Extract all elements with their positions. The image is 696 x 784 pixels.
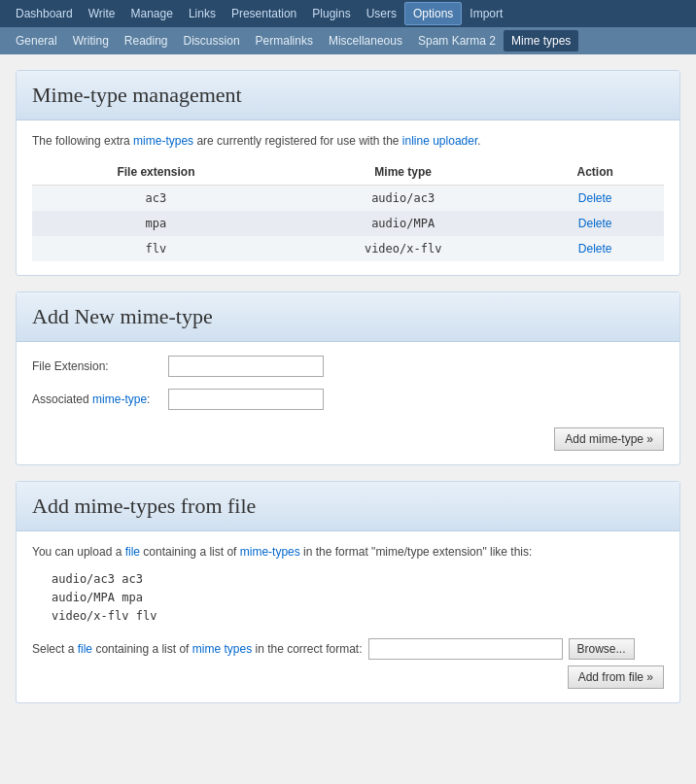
action-ac3: Delete — [526, 186, 664, 212]
add-new-panel: Add New mime-type File Extension: Associ… — [16, 291, 680, 465]
desc-text-3: . — [477, 134, 480, 148]
nav-dashboard[interactable]: Dashboard — [8, 3, 81, 24]
desc-text-2: are currently registered for use with th… — [193, 134, 402, 148]
nav-import[interactable]: Import — [462, 3, 510, 24]
add-from-file-desc: You can upload a file containing a list … — [32, 545, 664, 559]
select-mid: containing a list of — [92, 642, 192, 656]
select-file: file — [78, 642, 92, 656]
mime-type-input[interactable] — [168, 389, 324, 410]
desc-mimetypes-2: mime-types — [240, 545, 300, 559]
table-row: flv video/x-flv Delete — [32, 236, 664, 261]
add-new-body: File Extension: Associated mime-type: Ad… — [17, 342, 679, 464]
file-extension-row: File Extension: — [32, 356, 664, 377]
add-from-file-panel: Add mime-types from file You can upload … — [16, 481, 680, 703]
mime-type-label-highlight: mime-type — [92, 392, 147, 406]
delete-mpa[interactable]: Delete — [578, 217, 612, 230]
mime-ac3: audio/ac3 — [280, 186, 526, 212]
browse-button[interactable]: Browse... — [569, 638, 635, 660]
desc-mid2: in the format "mime/type extension" like… — [300, 545, 533, 559]
subnav-general[interactable]: General — [8, 30, 65, 51]
file-extension-label: File Extension: — [32, 359, 168, 373]
nav-manage[interactable]: Manage — [123, 3, 181, 24]
mime-table: File extension Mime type Action ac3 audi… — [32, 159, 664, 261]
delete-ac3[interactable]: Delete — [578, 191, 612, 205]
code-line-1: audio/ac3 ac3 — [52, 570, 664, 589]
ext-mpa: mpa — [32, 211, 280, 236]
mime-type-label-pre: Associated — [32, 392, 92, 406]
mime-management-body: The following extra mime-types are curre… — [17, 120, 679, 275]
add-new-header: Add New mime-type — [17, 292, 679, 342]
nav-options[interactable]: Options — [404, 2, 462, 25]
desc-inline-uploader: inline uploader — [402, 134, 477, 148]
subnav-spamkarma[interactable]: Spam Karma 2 — [410, 30, 504, 51]
add-from-file-header: Add mime-types from file — [17, 482, 679, 531]
table-row: mpa audio/MPA Delete — [32, 211, 664, 236]
mime-ac3-post: ac3 — [413, 191, 435, 205]
mime-management-header: Mime-type management — [17, 71, 679, 120]
mime-flv-pre: video — [365, 242, 400, 256]
desc-file: file — [125, 545, 140, 559]
select-post: in the correct format: — [252, 642, 362, 656]
code-line-3: video/x-flv flv — [52, 607, 664, 626]
subnav-writing[interactable]: Writing — [65, 30, 117, 51]
mime-type-label-post: : — [147, 392, 150, 406]
example-code: audio/ac3 ac3 audio/MPA mpa video/x-flv … — [52, 570, 664, 627]
mime-management-panel: Mime-type management The following extra… — [16, 70, 680, 276]
code-line-2: audio/MPA mpa — [52, 589, 664, 607]
col-action: Action — [526, 159, 664, 186]
col-file-extension: File extension — [32, 159, 280, 186]
col-mime-type: Mime type — [280, 159, 526, 186]
delete-flv[interactable]: Delete — [578, 242, 612, 256]
add-from-file-button[interactable]: Add from file » — [568, 665, 664, 689]
subnav-discussion[interactable]: Discussion — [176, 30, 248, 51]
select-mime: mime types — [192, 642, 252, 656]
nav-users[interactable]: Users — [359, 3, 404, 24]
file-input-display — [368, 638, 563, 660]
mime-management-title: Mime-type management — [32, 83, 664, 108]
file-select-label: Select a file containing a list of mime … — [32, 642, 363, 656]
file-select-row: Select a file containing a list of mime … — [32, 638, 664, 660]
top-nav: Dashboard Write Manage Links Presentatio… — [0, 0, 696, 27]
mime-mpa-pre: audio — [371, 217, 406, 230]
mime-mpa: audio/MPA — [280, 211, 526, 236]
nav-write[interactable]: Write — [81, 3, 123, 24]
desc-text-1: The following extra — [32, 134, 133, 148]
mime-management-desc: The following extra mime-types are curre… — [32, 134, 664, 148]
file-extension-input[interactable] — [168, 356, 324, 377]
mime-flv-post: x-flv — [406, 242, 441, 256]
action-flv: Delete — [526, 236, 664, 261]
subnav-miscellaneous[interactable]: Miscellaneous — [321, 30, 410, 51]
sub-nav: General Writing Reading Discussion Perma… — [0, 27, 696, 54]
mime-mpa-post: MPA — [413, 217, 435, 230]
desc-mid: containing a list of — [140, 545, 240, 559]
add-from-file-button-row: Add from file » — [32, 660, 664, 689]
desc-pre: You can upload a — [32, 545, 125, 559]
nav-plugins[interactable]: Plugins — [304, 3, 358, 24]
nav-presentation[interactable]: Presentation — [224, 3, 304, 24]
subnav-permalinks[interactable]: Permalinks — [248, 30, 321, 51]
select-pre: Select a — [32, 642, 78, 656]
subnav-mimetypes[interactable]: Mime types — [504, 30, 578, 51]
mime-ac3-pre: audio — [371, 191, 406, 205]
main-content: Mime-type management The following extra… — [0, 54, 696, 719]
ext-flv: flv — [32, 236, 280, 261]
action-mpa: Delete — [526, 211, 664, 236]
add-new-title: Add New mime-type — [32, 304, 664, 329]
mime-flv: video/x-flv — [280, 236, 526, 261]
add-from-file-body: You can upload a file containing a list … — [17, 531, 679, 702]
subnav-reading[interactable]: Reading — [117, 30, 176, 51]
table-row: ac3 audio/ac3 Delete — [32, 186, 664, 212]
mime-type-row: Associated mime-type: — [32, 389, 664, 410]
add-from-file-title: Add mime-types from file — [32, 494, 664, 519]
mime-type-label: Associated mime-type: — [32, 392, 168, 406]
add-mime-button-row: Add mime-type » — [32, 422, 664, 451]
ext-ac3: ac3 — [32, 186, 280, 212]
nav-links[interactable]: Links — [181, 3, 224, 24]
desc-mimetypes: mime-types — [133, 134, 193, 148]
add-mime-button[interactable]: Add mime-type » — [554, 427, 664, 451]
